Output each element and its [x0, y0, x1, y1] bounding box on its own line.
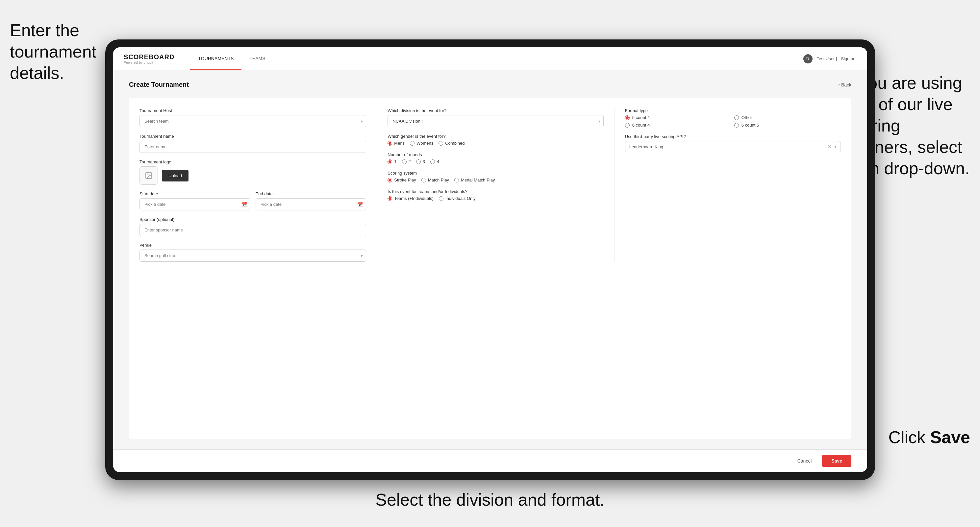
annotation-click-label: Click [888, 428, 930, 447]
tournament-host-input[interactable] [140, 115, 366, 127]
format-6count4-label: 6 count 4 [632, 123, 650, 127]
tournament-logo-label: Tournament logo [140, 159, 366, 164]
venue-input-wrapper: ▾ [140, 249, 366, 262]
annotation-save-label: Save [930, 428, 970, 447]
user-avatar: TU [803, 54, 813, 63]
save-button[interactable]: Save [822, 455, 851, 467]
rounds-3-radio[interactable] [416, 159, 421, 164]
scoring-medal-item[interactable]: Medal Match Play [454, 178, 495, 183]
format-6count5-radio[interactable] [734, 123, 739, 127]
tournament-logo-group: Tournament logo Upload [140, 159, 366, 185]
gender-womens-radio[interactable] [410, 141, 415, 146]
gender-combined-label: Combined [445, 141, 465, 146]
scoring-match-radio[interactable] [422, 178, 426, 183]
top-nav: SCOREBOARD Powered by clippit TOURNAMENT… [113, 48, 867, 70]
nav-link-tournaments[interactable]: TOURNAMENTS [190, 48, 242, 70]
rounds-3-label: 3 [423, 159, 425, 164]
logo-placeholder [140, 167, 158, 185]
format-other-label: Other [741, 115, 752, 120]
upload-button[interactable]: Upload [162, 170, 188, 181]
end-date-group: End date 📅 [256, 191, 366, 210]
rounds-3-item[interactable]: 3 [416, 159, 425, 164]
gender-mens-radio[interactable] [388, 141, 392, 146]
annotation-top-left: Enter the tournament details. [10, 20, 102, 84]
sponsor-label: Sponsor (optional) [140, 217, 366, 222]
gender-combined-radio[interactable] [439, 141, 443, 146]
live-scoring-actions: ✕ ▾ [828, 144, 837, 149]
gender-combined-item[interactable]: Combined [439, 141, 465, 146]
format-5count4-item[interactable]: 5 count 4 [625, 115, 732, 120]
tournament-name-label: Tournament name [140, 134, 366, 139]
division-select-wrapper: NCAA Division I ▾ [388, 115, 603, 127]
venue-group: Venue ▾ [140, 243, 366, 262]
calendar-icon: 📅 [242, 202, 247, 207]
gender-group: Which gender is the event for? Mens Wome… [388, 134, 603, 146]
rounds-1-label: 1 [394, 159, 396, 164]
event-individuals-label: Individuals Only [445, 196, 476, 201]
live-scoring-group: Use third-party live scoring API? Leader… [625, 134, 841, 152]
event-individuals-item[interactable]: Individuals Only [439, 196, 476, 201]
division-group: Which division is the event for? NCAA Di… [388, 108, 603, 127]
chevron-down-live-icon[interactable]: ▾ [834, 144, 837, 149]
format-other-radio[interactable] [734, 115, 739, 120]
event-teams-item[interactable]: Teams (+Individuals) [388, 196, 434, 201]
back-link[interactable]: Back [838, 82, 851, 87]
sponsor-group: Sponsor (optional) [140, 217, 366, 236]
event-teams-radio[interactable] [388, 196, 392, 201]
event-for-radio-group: Teams (+Individuals) Individuals Only [388, 196, 603, 201]
form-card: Tournament Host ▾ Tournament name [129, 98, 851, 439]
rounds-1-radio[interactable] [388, 159, 392, 164]
svg-point-5 [147, 174, 148, 175]
gender-womens-item[interactable]: Womens [410, 141, 433, 146]
tournament-name-input[interactable] [140, 141, 366, 153]
start-date-input[interactable] [140, 198, 250, 210]
nav-link-teams[interactable]: TEAMS [242, 48, 273, 70]
venue-label: Venue [140, 243, 366, 248]
date-row: Start date 📅 End date 📅 [140, 191, 366, 210]
scoring-match-item[interactable]: Match Play [422, 178, 449, 183]
content-area: Create Tournament Back Tournament Host ▾ [113, 70, 867, 449]
cancel-button[interactable]: Cancel [791, 455, 818, 467]
logo-area: SCOREBOARD Powered by clippit [124, 53, 174, 64]
live-scoring-value: Leaderboard King [629, 144, 828, 149]
gender-label: Which gender is the event for? [388, 134, 603, 139]
rounds-2-item[interactable]: 2 [402, 159, 411, 164]
format-6count4-item[interactable]: 6 count 4 [625, 123, 732, 127]
scoring-group: Scoring system Stroke Play Match Play [388, 171, 603, 183]
format-other-item[interactable]: Other [734, 115, 841, 120]
scoring-stroke-item[interactable]: Stroke Play [388, 178, 416, 183]
scoring-medal-radio[interactable] [454, 178, 459, 183]
division-select[interactable]: NCAA Division I [388, 115, 603, 127]
event-for-label: Is this event for Teams and/or Individua… [388, 189, 603, 194]
rounds-1-item[interactable]: 1 [388, 159, 396, 164]
page-title: Create Tournament [129, 81, 189, 89]
gender-mens-label: Mens [394, 141, 405, 146]
sponsor-input[interactable] [140, 224, 366, 236]
format-type-label: Format type [625, 108, 841, 113]
logo-upload-area: Upload [140, 167, 366, 185]
rounds-4-radio[interactable] [430, 159, 435, 164]
format-5count4-radio[interactable] [625, 115, 630, 120]
close-icon[interactable]: ✕ [828, 144, 832, 149]
format-6count5-label: 6 count 5 [741, 123, 759, 127]
form-col3: Format type 5 count 4 Other [614, 108, 841, 262]
tournament-host-group: Tournament Host ▾ [140, 108, 366, 127]
sign-out-link[interactable]: Sign out [841, 56, 857, 61]
scoring-stroke-radio[interactable] [388, 178, 392, 183]
end-date-input[interactable] [256, 198, 366, 210]
venue-input[interactable] [140, 249, 366, 262]
gender-mens-item[interactable]: Mens [388, 141, 405, 146]
form-col1: Tournament Host ▾ Tournament name [140, 108, 366, 262]
scoring-radio-group: Stroke Play Match Play Medal Match Play [388, 178, 603, 183]
tournament-host-label: Tournament Host [140, 108, 366, 113]
scoring-stroke-label: Stroke Play [394, 178, 416, 183]
form-col2: Which division is the event for? NCAA Di… [377, 108, 603, 262]
chevron-down-venue-icon: ▾ [361, 253, 363, 259]
format-6count5-item[interactable]: 6 count 5 [734, 123, 841, 127]
rounds-2-radio[interactable] [402, 159, 407, 164]
tablet-frame: SCOREBOARD Powered by clippit TOURNAMENT… [105, 40, 875, 480]
event-individuals-radio[interactable] [439, 196, 444, 201]
rounds-4-item[interactable]: 4 [430, 159, 439, 164]
rounds-radio-group: 1 2 3 [388, 159, 603, 164]
format-6count4-radio[interactable] [625, 123, 630, 127]
